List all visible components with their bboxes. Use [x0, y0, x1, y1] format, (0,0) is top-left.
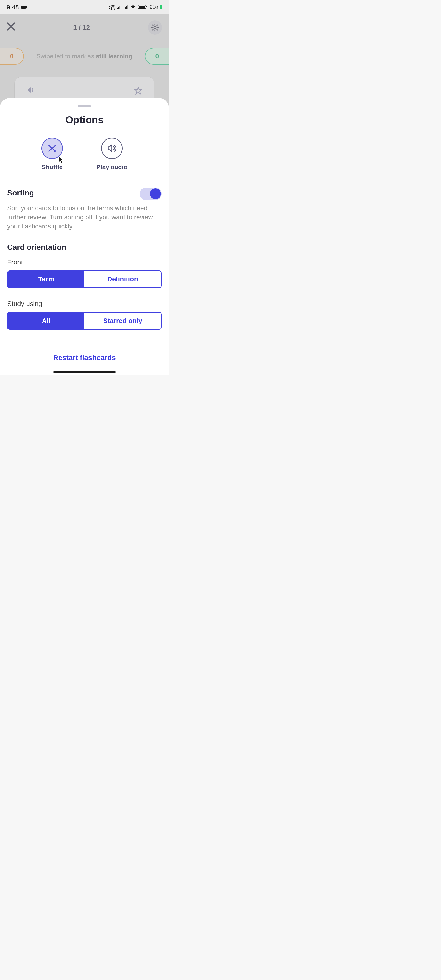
swipe-hint: Swipe left to mark as still learning [24, 52, 145, 60]
svg-point-12 [154, 26, 156, 29]
study-using-segment-control: All Starred only [7, 312, 162, 330]
known-count: 0 [145, 48, 169, 65]
settings-button[interactable] [148, 20, 162, 35]
home-indicator[interactable] [53, 371, 116, 373]
svg-rect-11 [146, 6, 147, 7]
signal-icon-2 [124, 5, 128, 10]
close-icon[interactable] [7, 22, 15, 33]
restart-flashcards-button[interactable]: Restart flashcards [7, 354, 162, 362]
shuffle-icon [47, 143, 57, 154]
term-option[interactable]: Term [8, 271, 84, 287]
front-label: Front [7, 258, 162, 266]
status-time: 9:48 [7, 3, 19, 11]
svg-rect-10 [139, 5, 145, 8]
gear-icon [151, 24, 159, 32]
app-header: 1 / 12 [0, 14, 169, 41]
svg-rect-0 [21, 5, 25, 9]
status-bar: 9:48 1.58 KB/s 91% [0, 0, 169, 14]
signal-icon-1 [117, 5, 122, 10]
svg-rect-8 [127, 5, 128, 9]
battery-percent: 91% [149, 4, 158, 10]
study-using-label: Study using [7, 300, 162, 308]
sheet-title: Options [7, 114, 162, 126]
definition-option[interactable]: Definition [84, 271, 161, 287]
svg-rect-7 [126, 6, 127, 9]
play-audio-button[interactable] [101, 138, 123, 159]
data-rate: 1.58 KB/s [109, 4, 115, 10]
front-segment-control: Term Definition [7, 270, 162, 288]
shuffle-button[interactable] [41, 138, 63, 159]
orientation-heading: Card orientation [7, 243, 162, 252]
svg-rect-4 [121, 5, 121, 9]
drag-handle[interactable] [78, 105, 91, 107]
sorting-heading: Sorting [7, 189, 34, 197]
svg-rect-3 [119, 6, 120, 9]
all-option[interactable]: All [8, 313, 84, 329]
speaker-icon [107, 144, 117, 153]
wifi-icon [130, 5, 136, 10]
options-sheet: Options Shuffle [0, 98, 169, 375]
svg-rect-6 [125, 7, 125, 9]
privacy-indicator-icon [160, 5, 162, 9]
cursor-icon [58, 156, 64, 165]
svg-rect-1 [117, 8, 118, 9]
svg-rect-2 [118, 7, 119, 9]
progress-indicator: 1 / 12 [73, 24, 90, 31]
sorting-toggle[interactable] [140, 188, 162, 200]
starred-only-option[interactable]: Starred only [84, 313, 161, 329]
sorting-description: Sort your cards to focus on the terms wh… [7, 204, 162, 231]
battery-icon [138, 4, 148, 10]
play-audio-label: Play audio [97, 164, 127, 171]
svg-rect-5 [124, 8, 124, 9]
still-learning-count: 0 [0, 48, 24, 65]
video-icon [21, 3, 27, 11]
